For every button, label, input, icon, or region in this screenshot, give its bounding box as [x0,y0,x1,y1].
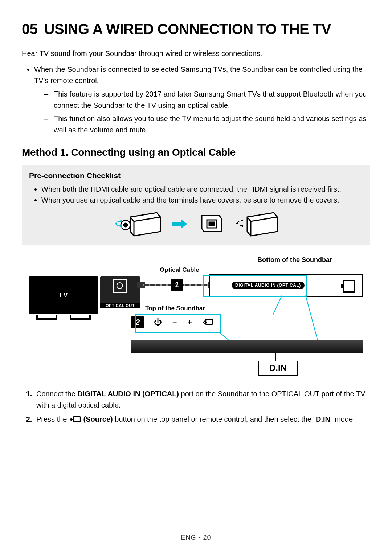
diagram-step-1-badge: 1 [171,279,183,291]
section-number: 05 [22,21,38,37]
intro-dash-1: This feature is supported by 2017 and la… [44,89,370,111]
step-1: Connect the DIGITAL AUDIO IN (OPTICAL) p… [34,388,370,411]
intro-bullet: When the Soundbar is connected to select… [34,64,370,136]
intro-paragraph: Hear TV sound from your Soundbar through… [22,48,370,59]
section-title-text: USING A WIRED CONNECTION TO THE TV [44,21,331,37]
manual-page: 05USING A WIRED CONNECTION TO THE TV Hea… [0,0,392,556]
diagram-tv-label: TV [58,291,69,299]
step-2-text-b: button on the top panel or remote contro… [113,415,316,423]
step-2-text-c: ” mode. [330,415,355,423]
step-1-text-a: Connect the [36,390,77,398]
callout-line-icon [273,295,283,315]
step-2-text-a: Press the [36,415,69,423]
step-2-din-bold: D.IN [316,415,330,423]
highlight-control-panel [135,314,221,333]
diagram-din-display: D.IN [258,361,298,376]
checklist-item-2: When you use an optical cable and the te… [41,195,363,205]
diagram-optical-out-label: OPTICAL OUT [100,303,140,308]
port-open-icon [234,210,278,237]
diagram-tv-screen: TV [29,276,98,314]
checklist-item-1: When both the HDMI cable and optical cab… [41,184,363,195]
diagram-tv-stand [29,315,98,320]
intro-dash-list: This feature is supported by 2017 and la… [34,89,370,136]
diagram-label-bottom-soundbar: Bottom of the Soundbar [257,256,332,264]
din-leader-line [275,353,276,361]
arrow-right-icon [172,218,187,229]
source-icon [70,416,81,423]
method-heading: Method 1. Connecting using an Optical Ca… [22,147,370,158]
step-2: Press the (Source) button on the top pan… [34,414,370,425]
diagram-label-top-soundbar: Top of the Soundbar [145,305,205,312]
step-1-bold: DIGITAL AUDIO IN (OPTICAL) [77,390,179,398]
diagram-label-optical-cable: Optical Cable [160,266,199,274]
step-2-source-bold: (Source) [83,415,113,423]
digital-in-port-icon [343,280,355,293]
steps-list: Connect the DIGITAL AUDIO IN (OPTICAL) p… [22,388,370,425]
cover-removed-icon [198,210,224,237]
connection-diagram: Bottom of the Soundbar Optical Cable TV … [22,256,370,376]
intro-bullet-text: When the Soundbar is connected to select… [34,65,363,85]
highlight-digital-in [203,275,307,297]
checklist-heading: Pre-connection Checklist [29,171,363,180]
cover-removal-illustration [29,210,363,237]
section-heading: 05USING A WIRED CONNECTION TO THE TV [22,21,370,37]
diagram-soundbar-front [131,340,363,353]
page-footer: ENG - 20 [0,534,392,541]
intro-bullet-list: When the Soundbar is connected to select… [22,64,370,136]
svg-point-1 [124,223,127,227]
checklist-list: When both the HDMI cable and optical cab… [29,184,363,205]
cover-left-icon [114,210,161,237]
diagram-optical-out-port: OPTICAL OUT [100,276,140,308]
optical-port-icon [113,279,127,293]
diagram-tv: TV [29,276,98,320]
intro-dash-2: This function also allows you to use the… [44,113,370,136]
checklist-box: Pre-connection Checklist When both the H… [22,165,370,245]
